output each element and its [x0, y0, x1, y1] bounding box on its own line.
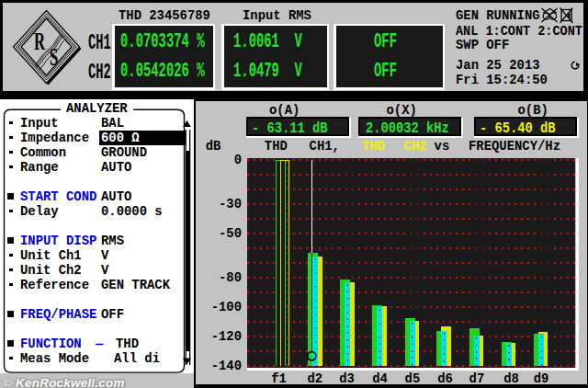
svg-text:R: R [34, 28, 46, 55]
